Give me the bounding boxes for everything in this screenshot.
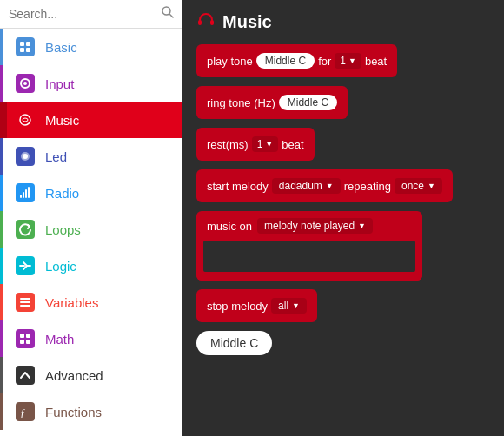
block-music-on[interactable]: music on melody note played [196, 211, 422, 281]
music-on-body [203, 241, 415, 272]
middle-c-pill[interactable]: Middle C [196, 331, 272, 355]
sidebar-label-math: Math [45, 332, 170, 347]
headphone-icon [196, 10, 216, 34]
svg-rect-21 [26, 340, 30, 344]
sidebar: Basic Input Music Led [0, 0, 182, 436]
sidebar-label-variables: Variables [45, 295, 170, 310]
svg-rect-3 [26, 42, 30, 46]
sidebar-label-input: Input [45, 76, 170, 91]
ring-tone-note[interactable]: Middle C [279, 95, 337, 110]
sidebar-item-loops[interactable]: Loops [0, 211, 182, 248]
sidebar-item-led[interactable]: Led [0, 138, 182, 175]
blocks-area: play tone Middle C for 1 beat ring tone … [182, 41, 504, 369]
play-tone-label: play tone [207, 55, 253, 68]
sidebar-item-variables[interactable]: Variables [0, 284, 182, 320]
ring-tone-label: ring tone (Hz) [207, 96, 275, 109]
svg-rect-15 [20, 298, 30, 300]
block-rest[interactable]: rest(ms) 1 beat [196, 128, 315, 161]
rest-label: rest(ms) [207, 138, 249, 151]
sidebar-item-logic[interactable]: Logic [0, 248, 182, 284]
svg-rect-16 [20, 301, 30, 303]
rest-duration[interactable]: 1 [252, 136, 279, 152]
radio-icon [16, 183, 35, 202]
svg-rect-19 [26, 334, 30, 338]
sidebar-item-functions[interactable]: ƒ Functions [0, 393, 182, 430]
block-ring-tone[interactable]: ring tone (Hz) Middle C [196, 86, 348, 119]
input-icon [16, 74, 35, 93]
sidebar-label-functions: Functions [45, 405, 170, 419]
music-on-footer [196, 272, 422, 281]
start-melody-label: start melody [207, 180, 269, 193]
sidebar-label-loops: Loops [45, 222, 170, 237]
svg-point-10 [23, 154, 28, 159]
svg-rect-12 [23, 192, 24, 198]
svg-rect-18 [20, 334, 24, 338]
start-melody-tune[interactable]: dadadum [272, 178, 341, 194]
play-tone-beat: beat [365, 55, 387, 68]
basic-icon [16, 37, 35, 56]
sidebar-item-input[interactable]: Input [0, 65, 182, 102]
block-start-melody[interactable]: start melody dadadum repeating once [196, 169, 453, 202]
search-input[interactable] [9, 7, 161, 21]
svg-rect-23 [198, 20, 202, 25]
sidebar-item-music[interactable]: Music [0, 102, 182, 138]
sidebar-item-radio[interactable]: Radio [0, 175, 182, 211]
svg-point-7 [23, 82, 27, 85]
sidebar-label-radio: Radio [45, 186, 170, 201]
main-header: Music [182, 0, 504, 41]
play-tone-note[interactable]: Middle C [256, 53, 315, 69]
svg-rect-17 [20, 305, 30, 307]
stop-melody-target[interactable]: all [271, 298, 307, 314]
block-play-tone[interactable]: play tone Middle C for 1 beat [196, 44, 397, 77]
svg-rect-4 [20, 48, 24, 52]
svg-text:ƒ: ƒ [20, 406, 26, 419]
main-title: Music [222, 12, 272, 32]
sidebar-label-basic: Basic [45, 40, 170, 55]
math-icon [16, 329, 35, 348]
sidebar-item-advanced[interactable]: Advanced [0, 357, 182, 393]
svg-rect-5 [26, 48, 30, 52]
stop-melody-label: stop melody [207, 300, 268, 313]
advanced-icon [16, 366, 35, 385]
block-stop-melody[interactable]: stop melody all [196, 289, 317, 322]
search-icon[interactable] [161, 5, 175, 23]
sidebar-label-advanced: Advanced [45, 368, 170, 383]
logic-icon [16, 256, 35, 275]
play-tone-duration[interactable]: 1 [335, 53, 361, 69]
sidebar-label-music: Music [45, 113, 170, 128]
svg-rect-2 [20, 42, 24, 46]
svg-point-8 [23, 118, 28, 122]
music-on-label: music on [207, 220, 252, 233]
functions-icon: ƒ [16, 402, 35, 421]
svg-rect-11 [20, 195, 22, 198]
svg-rect-14 [28, 187, 30, 198]
search-bar [0, 0, 182, 29]
sidebar-item-math[interactable]: Math [0, 320, 182, 357]
svg-rect-20 [20, 340, 24, 344]
rest-beat: beat [282, 138, 303, 151]
music-on-event[interactable]: melody note played [257, 218, 373, 234]
sidebar-item-basic[interactable]: Basic [0, 29, 182, 65]
sidebar-label-led: Led [45, 149, 170, 164]
start-melody-mode[interactable]: once [395, 178, 442, 194]
music-icon [16, 110, 35, 129]
led-icon [16, 147, 35, 166]
sidebar-label-logic: Logic [45, 259, 170, 274]
main-content: Music play tone Middle C for 1 beat ring… [182, 0, 504, 436]
loops-icon [16, 220, 35, 239]
svg-line-1 [169, 14, 173, 17]
svg-rect-13 [25, 189, 27, 198]
start-melody-repeating: repeating [344, 180, 391, 193]
svg-rect-24 [210, 20, 214, 25]
music-on-header: music on melody note played [196, 211, 422, 241]
play-tone-for: for [318, 55, 331, 68]
variables-icon [16, 293, 35, 312]
